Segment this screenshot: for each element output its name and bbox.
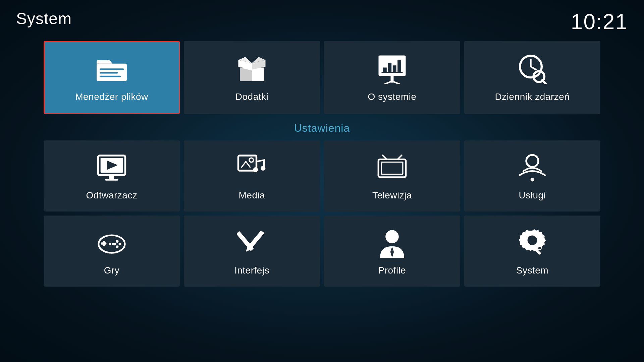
presentation-icon [377,54,407,84]
tv-icon [377,153,407,183]
system-icon [517,228,547,258]
player-icon [97,153,127,183]
svg-line-17 [542,80,546,84]
section-label: Ustawienia [44,122,600,134]
svg-rect-11 [397,60,401,72]
tile-profiles-label: Profile [378,265,406,276]
svg-rect-1 [100,68,124,70]
gamepad-icon [97,228,127,258]
svg-rect-12 [382,72,403,73]
tile-event-log[interactable]: Dziennik zdarzeń [464,41,600,114]
tile-games[interactable]: Gry [44,216,180,287]
tile-games-label: Gry [104,265,120,276]
interface-icon [237,228,267,258]
svg-rect-9 [388,63,391,72]
tile-about[interactable]: O systemie [324,41,460,114]
svg-rect-3 [100,76,121,77]
svg-rect-29 [382,163,402,174]
settings-grid: Odtwarzacz Media [44,140,600,287]
svg-point-38 [118,243,121,245]
svg-rect-10 [393,65,396,72]
tile-media-label: Media [239,190,265,201]
svg-point-42 [112,243,114,245]
svg-rect-2 [100,72,118,74]
svg-rect-22 [105,179,118,180]
tile-system[interactable]: System [464,216,600,287]
folder-icon [97,54,127,84]
tile-media[interactable]: Media [184,140,320,212]
svg-point-33 [531,178,534,182]
svg-point-37 [116,240,118,243]
top-row: Menedżer plików [44,41,600,114]
tile-system-label: System [516,265,548,276]
tile-player[interactable]: Odtwarzacz [44,140,180,212]
tile-addons[interactable]: Dodatki [184,41,320,114]
svg-rect-21 [109,175,114,179]
tile-player-label: Odtwarzacz [86,190,138,201]
services-icon [517,153,547,183]
svg-point-26 [261,166,265,171]
tile-interface-label: Interfejs [234,265,269,276]
tile-file-manager-label: Menedżer plików [75,92,148,102]
svg-point-32 [526,155,538,167]
tile-event-log-label: Dziennik zdarzeń [495,92,570,102]
clock-search-icon [517,54,547,84]
svg-line-15 [531,67,536,70]
svg-point-41 [109,243,111,245]
tile-file-manager[interactable]: Menedżer plików [44,41,180,114]
svg-point-50 [528,235,537,245]
tile-addons-label: Dodatki [235,92,268,102]
tile-services[interactable]: Usługi [464,140,600,212]
profile-icon [377,228,407,258]
page-title: System [16,9,72,28]
svg-rect-36 [103,241,105,246]
svg-point-53 [538,247,541,249]
tile-interface[interactable]: Interfejs [184,216,320,287]
tile-about-label: O systemie [368,92,416,102]
tile-profiles[interactable]: Profile [324,216,460,287]
tile-services-label: Usługi [519,190,546,201]
svg-point-24 [249,158,254,162]
clock-display: 10:21 [571,9,628,34]
box-icon [237,54,267,84]
svg-rect-45 [237,231,254,251]
svg-point-46 [385,230,399,243]
tile-tv[interactable]: Telewizja [324,140,460,212]
media-icon [237,153,267,183]
svg-point-39 [116,245,118,248]
svg-rect-8 [383,68,387,72]
svg-point-25 [253,167,258,172]
tile-tv-label: Telewizja [372,190,412,201]
